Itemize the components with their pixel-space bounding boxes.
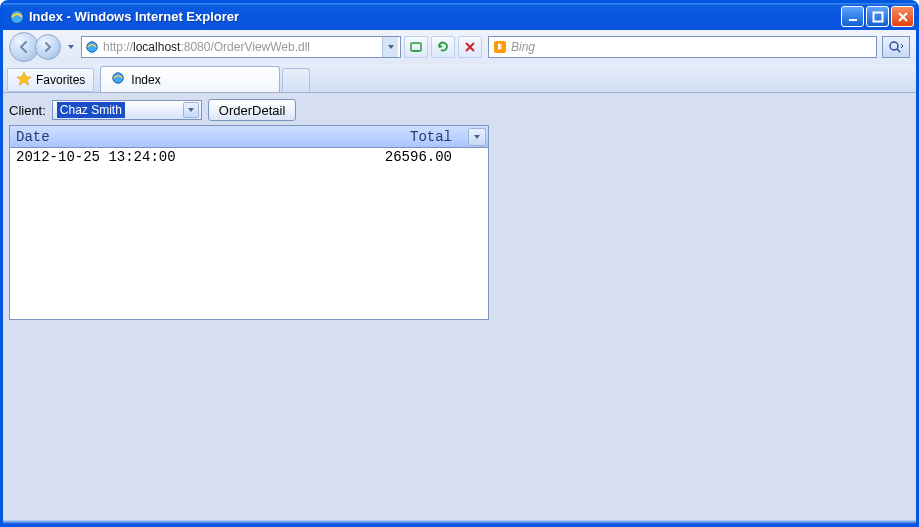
cell-total: 26596.00 [340, 149, 460, 165]
toolbar: http://localhost:8080/OrderViewWeb.dll B [3, 30, 916, 64]
client-row: Client: Chaz Smith OrderDetail [9, 99, 910, 121]
compat-view-button[interactable] [404, 36, 428, 58]
chevron-down-icon [183, 102, 199, 118]
star-icon [16, 71, 32, 90]
address-bar[interactable]: http://localhost:8080/OrderViewWeb.dll [81, 36, 401, 58]
window-title: Index - Windows Internet Explorer [29, 9, 841, 24]
maximize-button[interactable] [866, 6, 889, 27]
address-dropdown[interactable] [382, 37, 398, 57]
url-port: :8080 [180, 40, 210, 54]
tab-bar: Favorites Index [3, 64, 916, 92]
search-placeholder: Bing [511, 40, 873, 54]
cell-date: 2012-10-25 13:24:00 [10, 149, 340, 165]
client-select[interactable]: Chaz Smith [52, 100, 202, 120]
forward-button[interactable] [35, 34, 61, 60]
refresh-button[interactable] [431, 36, 455, 58]
grid-body: 2012-10-25 13:24:00 26596.00 [10, 148, 488, 319]
tab-active[interactable]: Index [100, 66, 280, 92]
browser-window: Index - Windows Internet Explorer [0, 0, 919, 527]
nav-history-dropdown[interactable] [64, 43, 78, 51]
client-select-value: Chaz Smith [57, 102, 125, 118]
search-button[interactable] [882, 36, 910, 58]
close-button[interactable] [891, 6, 914, 27]
minimize-button[interactable] [841, 6, 864, 27]
browser-chrome: http://localhost:8080/OrderViewWeb.dll B [3, 30, 916, 93]
title-bar: Index - Windows Internet Explorer [3, 3, 916, 30]
tab-favicon-icon [111, 71, 125, 88]
url-prefix: http:// [103, 40, 133, 54]
ie-icon [9, 9, 25, 25]
svg-point-6 [890, 42, 898, 50]
status-bar [3, 520, 916, 524]
favorites-label: Favorites [36, 73, 85, 87]
grid-header: Date Total [10, 126, 488, 148]
order-detail-button[interactable]: OrderDetail [208, 99, 296, 121]
search-box[interactable]: Bing [488, 36, 877, 58]
column-total[interactable]: Total [340, 129, 460, 145]
svg-rect-1 [849, 19, 857, 21]
page-content: Client: Chaz Smith OrderDetail Date Tota… [3, 93, 916, 520]
favorites-button[interactable]: Favorites [7, 68, 94, 92]
stop-button[interactable] [458, 36, 482, 58]
nav-buttons [9, 32, 61, 62]
new-tab-button[interactable] [282, 68, 310, 92]
svg-rect-2 [873, 12, 882, 21]
window-buttons [841, 6, 914, 27]
orders-grid: Date Total 2012-10-25 13:24:00 26596.00 [9, 125, 489, 320]
bing-icon [492, 39, 508, 55]
favicon-icon [84, 39, 100, 55]
url-path: /OrderViewWeb.dll [210, 40, 310, 54]
grid-menu-button[interactable] [468, 128, 486, 146]
url-host: localhost [133, 40, 180, 54]
table-row[interactable]: 2012-10-25 13:24:00 26596.00 [10, 148, 488, 166]
url-text[interactable]: http://localhost:8080/OrderViewWeb.dll [103, 40, 382, 54]
column-date[interactable]: Date [10, 129, 340, 145]
svg-rect-4 [411, 43, 421, 51]
tab-label: Index [131, 73, 160, 87]
client-label: Client: [9, 103, 46, 118]
